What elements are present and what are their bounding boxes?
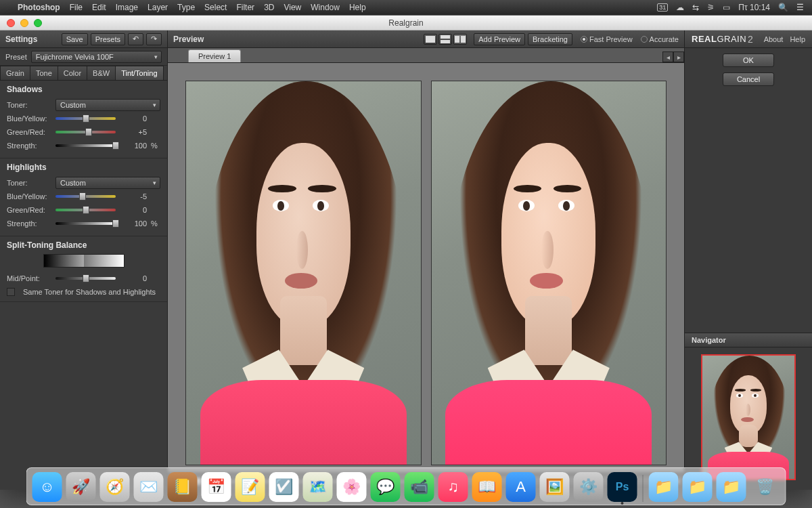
dock-finder[interactable]: ☺	[32, 472, 62, 502]
plugin-window: Realgrain Settings Save Presets ↶ ↷ Pres…	[0, 15, 812, 489]
window-title: Realgrain	[0, 18, 812, 28]
split-balance-gradient	[43, 254, 125, 268]
dock-safari[interactable]: 🧭	[100, 472, 130, 502]
shadows-gr-slider[interactable]	[55, 131, 116, 133]
shadows-toner-dropdown[interactable]: Custom	[55, 99, 160, 111]
titlebar[interactable]: Realgrain	[0, 16, 812, 30]
fast-preview-radio[interactable]	[581, 36, 587, 43]
dock-itunes[interactable]: ♫	[438, 472, 468, 502]
preview-title: Preview	[173, 35, 204, 44]
midpoint-slider[interactable]	[55, 277, 116, 280]
shadows-str-slider[interactable]	[55, 144, 116, 147]
shadows-heading: Shadows	[7, 85, 160, 94]
cancel-button[interactable]: Cancel	[723, 72, 774, 86]
dock-reminders[interactable]: ☑️	[269, 472, 299, 502]
dock-messages[interactable]: 💬	[371, 472, 401, 502]
navigator-thumbnail[interactable]	[701, 354, 796, 480]
preset-label: Preset	[5, 53, 27, 61]
menu-file[interactable]: File	[70, 3, 83, 12]
status-sync-icon[interactable]: ⇆	[692, 3, 699, 12]
hl-str-slider[interactable]	[55, 222, 116, 225]
tab-scroll-right-icon[interactable]: ▸	[673, 51, 684, 62]
tab-tint-toning[interactable]: Tint/Toning	[115, 66, 163, 80]
menu-filter[interactable]: Filter	[236, 3, 254, 12]
help-link[interactable]: Help	[790, 35, 805, 43]
dock-photos[interactable]: 🌸	[337, 472, 367, 502]
view-stack-icon[interactable]	[438, 34, 452, 45]
dock-folder3[interactable]: 📁	[717, 472, 746, 502]
preset-dropdown[interactable]: Fujichrome Velvia 100F	[31, 51, 162, 63]
presets-button[interactable]: Presets	[91, 33, 125, 45]
bracketing-button[interactable]: Bracketing	[528, 33, 572, 45]
macos-menubar: Photoshop File Edit Image Layer Type Sel…	[0, 0, 812, 15]
app-name[interactable]: Photoshop	[18, 3, 60, 12]
accurate-radio[interactable]	[641, 36, 648, 43]
shadows-by-label: Blue/Yellow:	[7, 114, 51, 123]
tab-bw[interactable]: B&W	[87, 66, 116, 80]
redo-button[interactable]: ↷	[146, 33, 162, 45]
preview-tabs: Preview 1 ◂ ▸	[168, 48, 684, 63]
dock-contacts[interactable]: 📒	[168, 472, 198, 502]
highlights-heading: Highlights	[7, 163, 160, 172]
hl-by-slider[interactable]	[55, 195, 116, 198]
navigator-heading: Navigator	[685, 333, 812, 347]
preview-tab-1[interactable]: Preview 1	[188, 49, 241, 62]
dock-maps[interactable]: 🗺️	[303, 472, 333, 502]
preview-viewport[interactable]	[168, 63, 684, 472]
shadows-by-slider[interactable]	[55, 117, 116, 120]
status-battery-icon[interactable]: ▭	[723, 3, 730, 12]
tab-scroll-left-icon[interactable]: ◂	[662, 51, 673, 62]
accurate-label: Accurate	[650, 35, 679, 43]
settings-title: Settings	[5, 35, 59, 44]
view-single-icon[interactable]	[424, 34, 437, 45]
settings-panel: Settings Save Presets ↶ ↷ Preset Fujichr…	[0, 30, 168, 490]
menu-select[interactable]: Select	[204, 3, 227, 12]
shadows-str-value: 100	[120, 142, 147, 150]
undo-button[interactable]: ↶	[128, 33, 143, 45]
dock-folder1[interactable]: 📁	[649, 472, 679, 502]
dock-launchpad[interactable]: 🚀	[66, 472, 96, 502]
dock-settings[interactable]: ⚙️	[574, 472, 604, 502]
same-toner-label: Same Toner for Shadows and Highlights	[23, 288, 156, 296]
dock-notes[interactable]: 📝	[235, 472, 265, 502]
view-side-icon[interactable]	[453, 34, 467, 45]
menu-view[interactable]: View	[284, 3, 301, 12]
tab-color[interactable]: Color	[58, 66, 87, 80]
menu-3d[interactable]: 3D	[264, 3, 274, 12]
ok-button[interactable]: OK	[723, 54, 774, 67]
shadows-gr-value: +5	[120, 128, 147, 136]
dock-folder2[interactable]: 📁	[683, 472, 713, 502]
about-link[interactable]: About	[764, 35, 784, 43]
menu-window[interactable]: Window	[311, 3, 340, 12]
dock-preview[interactable]: 🖼️	[540, 472, 570, 502]
settings-tabs: Grain Tone Color B&W Tint/Toning	[0, 66, 167, 81]
same-toner-checkbox[interactable]	[7, 288, 15, 296]
menu-help[interactable]: Help	[349, 3, 366, 12]
dock-photoshop[interactable]: Ps	[608, 472, 637, 502]
add-preview-button[interactable]: Add Preview	[474, 33, 525, 45]
status-calendar-icon[interactable]: 31	[657, 3, 668, 12]
status-wifi-icon[interactable]: ⚞	[707, 3, 715, 12]
dock-calendar[interactable]: 📅	[202, 472, 231, 502]
dock-appstore[interactable]: A	[506, 472, 536, 502]
dock-facetime[interactable]: 📹	[405, 472, 434, 502]
hl-gr-slider[interactable]	[55, 209, 116, 211]
dock: ☺🚀🧭✉️📒📅📝☑️🗺️🌸💬📹♫📖A🖼️⚙️Ps📁📁📁🗑️	[26, 467, 786, 505]
dock-mail[interactable]: ✉️	[134, 472, 164, 502]
status-clock[interactable]: Πτ 10:14	[738, 3, 770, 12]
menu-type[interactable]: Type	[177, 3, 195, 12]
menu-image[interactable]: Image	[116, 3, 138, 12]
dock-ibooks[interactable]: 📖	[472, 472, 502, 502]
brand-name-1: REAL	[692, 34, 717, 44]
save-button[interactable]: Save	[62, 33, 88, 45]
tab-tone[interactable]: Tone	[30, 66, 58, 80]
tab-grain[interactable]: Grain	[0, 66, 30, 80]
status-spotlight-icon[interactable]: 🔍	[778, 3, 788, 12]
menu-layer[interactable]: Layer	[148, 3, 168, 12]
dock-trash[interactable]: 🗑️	[750, 472, 780, 502]
hl-str-value: 100	[120, 219, 147, 228]
status-cloud-icon[interactable]: ☁︎	[676, 3, 684, 12]
highlights-toner-dropdown[interactable]: Custom	[55, 177, 160, 189]
menu-edit[interactable]: Edit	[92, 3, 106, 12]
status-notifications-icon[interactable]: ☰	[796, 3, 804, 12]
